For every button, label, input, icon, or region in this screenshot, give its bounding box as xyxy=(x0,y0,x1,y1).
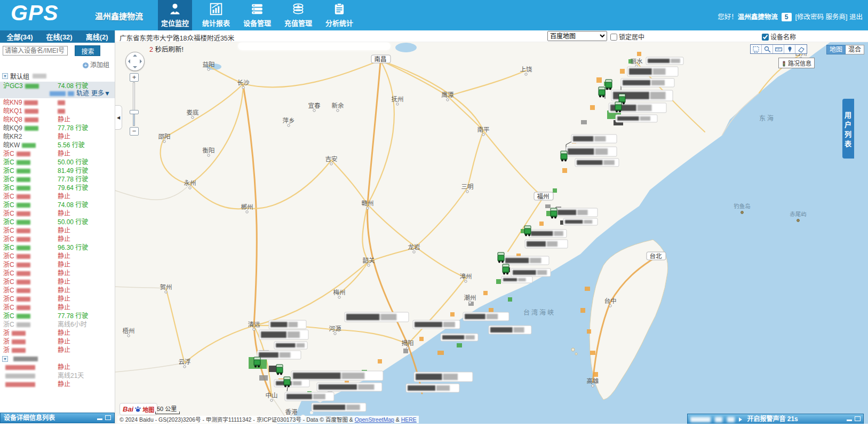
device-row[interactable]: 静止 xyxy=(0,380,115,389)
minimize-icon[interactable] xyxy=(97,418,102,420)
logout-link[interactable]: 退出 xyxy=(849,13,863,21)
pan-left-icon[interactable] xyxy=(128,59,130,64)
device-row[interactable]: 浙C77.78 行驶 xyxy=(0,312,115,320)
lock-center-checkbox[interactable] xyxy=(610,34,617,41)
device-detail-bar[interactable]: 设备详细信息列表 xyxy=(0,413,115,423)
nav-tab-recharge-management[interactable]: $ 充值管理 xyxy=(281,0,315,30)
nav-tab-label: 充值管理 xyxy=(284,18,312,28)
device-row[interactable]: 皖KW5.56 行驶 xyxy=(0,141,115,149)
map-city-dot xyxy=(367,207,369,209)
device-row[interactable]: 浙C静止 xyxy=(0,278,115,286)
traffic-light-icon xyxy=(782,61,786,67)
ruler-icon[interactable] xyxy=(773,45,784,53)
eraser-icon[interactable] xyxy=(795,45,807,53)
zoom-slider-handle[interactable] xyxy=(130,110,139,114)
device-row[interactable]: 浙静止 xyxy=(0,329,115,337)
device-row[interactable]: 浙C50.00 行驶 xyxy=(0,158,115,167)
device-row[interactable]: 浙C50.00 行驶 xyxy=(0,218,115,226)
restore-icon[interactable] xyxy=(855,416,861,421)
device-row[interactable]: 浙C静止 xyxy=(0,260,115,269)
marker-tool-icon[interactable] xyxy=(784,45,795,53)
device-row[interactable]: 沪GC374.08 行驶轨迹更多▼ xyxy=(0,82,115,98)
device-row[interactable]: 浙C静止 xyxy=(0,286,115,295)
blurred-text xyxy=(727,417,735,422)
device-row[interactable]: 浙C81.49 行驶 xyxy=(0,167,115,175)
user-list-tab[interactable]: 用户列表 xyxy=(842,99,854,159)
restore-icon[interactable] xyxy=(105,415,111,420)
device-row[interactable]: 皖KN9 xyxy=(0,98,115,107)
device-row[interactable]: 皖KQ1 xyxy=(0,107,115,115)
tab-online-devices[interactable]: 在线(32) xyxy=(46,31,73,42)
device-row[interactable]: 静止 xyxy=(0,363,115,371)
blurred-label-text xyxy=(443,322,455,327)
device-row[interactable]: 皖KQ977.78 行驶 xyxy=(0,124,115,132)
map-city-label: 抚州 xyxy=(392,96,404,102)
device-row[interactable]: 浙静止 xyxy=(0,346,115,354)
device-row[interactable]: 皖KQ8静止 xyxy=(0,115,115,124)
nav-tab-analysis-statistics[interactable]: 分析统计 xyxy=(322,0,356,30)
map-type-select[interactable]: 百度地图 xyxy=(547,31,607,41)
map-city-label: 台中 xyxy=(604,297,617,304)
zoom-out-button[interactable]: − xyxy=(130,127,139,136)
device-action-link[interactable]: 轨迹 xyxy=(76,90,89,97)
device-row[interactable]: 浙C79.64 行驶 xyxy=(0,184,115,192)
device-row[interactable]: 浙C静止 xyxy=(0,226,115,235)
traffic-info-button[interactable]: 路况信息 xyxy=(778,58,815,68)
device-row[interactable]: 浙C静止 xyxy=(0,295,115,303)
here-link[interactable]: HERE xyxy=(401,416,417,423)
device-row[interactable]: 浙C74.08 行驶 xyxy=(0,201,115,209)
device-search-input[interactable] xyxy=(3,46,68,56)
alarm-sound-bar[interactable]: 开启报警声音 21s xyxy=(687,414,864,424)
chart-report-icon xyxy=(209,2,223,16)
change-password-link[interactable]: [修改密码 xyxy=(795,13,824,21)
device-name-option[interactable]: 设备名称 xyxy=(762,32,796,41)
map-city-label: 赣州 xyxy=(362,200,374,207)
pan-down-icon[interactable] xyxy=(133,66,137,68)
layer-hybrid-button[interactable]: 混合 xyxy=(846,45,864,54)
device-row[interactable]: 离线21天 xyxy=(0,371,115,380)
sidebar-collapse-handle[interactable]: ◀ xyxy=(115,105,122,130)
map-pan-control[interactable] xyxy=(125,52,145,71)
alarm-sound-label: 开启报警声音 21s xyxy=(747,415,798,423)
pan-up-icon[interactable] xyxy=(133,54,137,57)
message-count-badge[interactable]: 5 xyxy=(782,13,792,21)
openstreetmap-link[interactable]: OpenStreetMap xyxy=(355,416,394,423)
tab-offline-devices[interactable]: 离线(2) xyxy=(86,31,108,42)
lock-center-option[interactable]: 锁定居中 xyxy=(610,32,644,41)
minimize-icon[interactable] xyxy=(847,420,852,421)
nav-tab-device-management[interactable]: 设备管理 xyxy=(240,0,274,30)
device-row[interactable]: 浙静止 xyxy=(0,337,115,346)
provider-link[interactable]: 服务商] xyxy=(826,13,848,21)
device-row[interactable]: 浙C静止 xyxy=(0,192,115,201)
device-row[interactable]: 浙C静止 xyxy=(0,303,115,312)
server-devices-icon xyxy=(250,2,264,16)
device-row[interactable]: 浙C静止 xyxy=(0,252,115,260)
device-name-checkbox[interactable] xyxy=(762,34,769,41)
search-button[interactable]: 搜索 xyxy=(75,45,100,56)
marquee-select-icon[interactable] xyxy=(751,45,762,53)
device-group-header[interactable]: ▼ xyxy=(0,354,115,363)
device-row[interactable]: 浙C静止 xyxy=(0,149,115,158)
pixelated-artifact xyxy=(259,375,268,381)
nav-tab-location-monitor[interactable]: 定位监控 xyxy=(158,0,192,30)
tree-expand-icon[interactable]: ▼ xyxy=(2,73,8,79)
tab-all-devices[interactable]: 全部(34) xyxy=(6,31,33,42)
nav-tab-statistics-report[interactable]: 统计报表 xyxy=(199,0,233,30)
zoom-tool-icon[interactable] xyxy=(762,45,773,53)
map-canvas[interactable]: 益阳南昌长沙上饶鹰潭丽水台州抚州宜春新余萍乡娄底邵阳衡阳南平永州三明福州吉安赣州… xyxy=(115,42,868,427)
device-row[interactable]: 皖KR2静止 xyxy=(0,132,115,141)
device-row[interactable]: 浙C静止 xyxy=(0,269,115,278)
device-row[interactable]: 浙C静止 xyxy=(0,209,115,218)
device-row[interactable]: 浙C静止 xyxy=(0,235,115,243)
zoom-in-button[interactable]: + xyxy=(130,73,139,82)
add-group-link[interactable]: +添加组 xyxy=(0,58,115,70)
device-row[interactable]: 浙C离线6小时 xyxy=(0,320,115,329)
device-action-link[interactable]: 更多▼ xyxy=(91,90,110,97)
device-row[interactable]: 浙C77.78 行驶 xyxy=(0,175,115,184)
device-group-header[interactable]: ▼默认组 xyxy=(0,70,115,82)
tree-expand-icon[interactable]: ▼ xyxy=(2,356,8,362)
layer-map-button[interactable]: 地图 xyxy=(826,45,846,54)
zoom-slider-track[interactable] xyxy=(133,82,135,126)
pan-right-icon[interactable] xyxy=(140,59,142,64)
device-row[interactable]: 浙C96.30 行驶 xyxy=(0,243,115,252)
